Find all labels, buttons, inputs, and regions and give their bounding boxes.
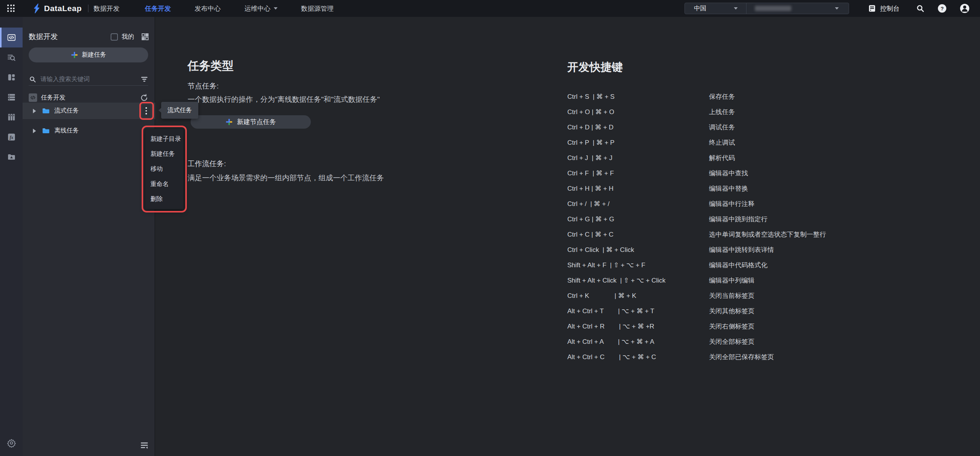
new-task-label: 新建任务 xyxy=(82,51,106,59)
folder-icon xyxy=(42,127,50,135)
region-value: 中国 xyxy=(694,5,706,13)
code-icon xyxy=(29,93,37,102)
shortcut-row: Ctrl + K | ⌘ + K关闭当前标签页 xyxy=(567,288,826,303)
new-node-task-button[interactable]: 新建节点任务 xyxy=(191,115,311,129)
logo[interactable]: DataLeap xyxy=(32,3,82,13)
tree-item-offline-tasks[interactable]: 离线任务 xyxy=(23,123,155,139)
shortcuts-panel: 开发快捷键 Ctrl + S | ⌘ + S保存任务 Ctrl + O | ⌘ … xyxy=(567,60,826,364)
section-title: 任务开发 xyxy=(41,94,65,102)
apps-grid-icon[interactable] xyxy=(7,5,15,12)
sidebar-title: 数据开发 xyxy=(29,32,58,42)
shortcut-row: Ctrl + C | ⌘ + C选中单词复制或者空选状态下复制一整行 xyxy=(567,227,826,242)
shortcut-row: Ctrl + G | ⌘ + G编辑器中跳到指定行 xyxy=(567,211,826,227)
shortcut-row: Ctrl + P | ⌘ + P终止调试 xyxy=(567,135,826,150)
shortcut-row: Alt + Ctrl + C | ⌥ + ⌘ + C关闭全部已保存标签页 xyxy=(567,349,826,364)
shortcut-row: Alt + Ctrl + T | ⌥ + ⌘ + T关闭其他标签页 xyxy=(567,303,826,319)
node-task-desc: 一个数据执行的操作，分为"离线数据任务"和"流式数据任务" xyxy=(188,95,380,105)
shortcut-row: Alt + Ctrl + R | ⌥ + ⌘ +R关闭右侧标签页 xyxy=(567,319,826,334)
expand-caret-icon[interactable] xyxy=(33,129,36,133)
rail-code-editor-icon[interactable] xyxy=(0,28,23,47)
logo-text: DataLeap xyxy=(44,4,82,13)
shortcut-row: Ctrl + H | ⌘ + H编辑器中替换 xyxy=(567,181,826,196)
search-input[interactable] xyxy=(41,76,140,83)
left-icon-rail: fx xyxy=(0,17,23,456)
rail-data-query-icon[interactable] xyxy=(0,47,23,67)
new-node-task-label: 新建节点任务 xyxy=(237,118,276,126)
colorful-plus-icon xyxy=(225,118,233,126)
menu-item-move[interactable]: 移动 xyxy=(145,162,183,175)
top-nav: 任务开发 发布中心 运维中心 数据源管理 xyxy=(145,4,334,13)
shortcut-row: Ctrl + / | ⌘ + /编辑器中行注释 xyxy=(567,196,826,211)
shortcut-row: Alt + Ctrl + A | ⌥ + ⌘ + A关闭全部标签页 xyxy=(567,334,826,349)
nav-task-development[interactable]: 任务开发 xyxy=(145,4,171,13)
expand-caret-icon[interactable] xyxy=(33,109,36,113)
tree-item-stream-tasks[interactable]: 流式任务 xyxy=(23,103,155,119)
view-mode-icon[interactable] xyxy=(141,33,149,41)
main-content: 任务类型 节点任务: 一个数据执行的操作，分为"离线数据任务"和"流式数据任务"… xyxy=(155,17,980,456)
shortcut-row: Ctrl + J | ⌘ + J解析代码 xyxy=(567,150,826,165)
more-actions-icon[interactable] xyxy=(142,105,150,118)
shortcut-row: Shift + Alt + Click | ⇧ + ⌥ + Click编辑器中列… xyxy=(567,273,826,288)
settings-gear-icon[interactable] xyxy=(0,433,23,453)
shortcuts-title: 开发快捷键 xyxy=(567,60,826,75)
shortcut-row: Ctrl + F | ⌘ + F编辑器中查找 xyxy=(567,165,826,181)
filter-icon[interactable] xyxy=(140,75,148,83)
mine-checkbox[interactable] xyxy=(111,33,118,41)
rail-data-map-icon[interactable] xyxy=(0,107,23,127)
search-icon xyxy=(29,75,36,83)
collapse-panel-icon[interactable] xyxy=(140,441,149,449)
logo-mark-icon xyxy=(32,3,41,13)
folder-icon xyxy=(42,107,50,115)
tooltip-stream-tasks: 流式任务 xyxy=(161,102,198,119)
svg-text:fx: fx xyxy=(10,135,13,140)
shortcut-row: Ctrl + O | ⌘ + O上线任务 xyxy=(567,104,826,119)
node-task-label: 节点任务: xyxy=(188,81,219,91)
svg-text:?: ? xyxy=(941,6,944,11)
console-icon xyxy=(867,4,877,13)
tree-item-label: 流式任务 xyxy=(54,107,79,115)
top-navbar: DataLeap 数据开发 任务开发 发布中心 运维中心 数据源管理 中国 xyxy=(0,0,980,17)
region-project-selector: 中国 xyxy=(684,3,849,14)
workflow-label: 工作流任务: xyxy=(188,159,226,169)
rail-dashboard-icon[interactable] xyxy=(0,67,23,87)
shortcut-row: Ctrl + D | ⌘ + D调试任务 xyxy=(567,119,826,135)
region-select[interactable]: 中国 xyxy=(685,5,746,13)
menu-item-new-subfolder[interactable]: 新建子目录 xyxy=(145,132,183,145)
menu-item-delete[interactable]: 删除 xyxy=(145,193,183,206)
shortcut-row: Ctrl + S | ⌘ + S保存任务 xyxy=(567,89,826,104)
mine-label: 我的 xyxy=(122,33,134,41)
help-icon[interactable]: ? xyxy=(937,3,947,13)
console-link[interactable]: 控制台 xyxy=(867,4,900,13)
chevron-down-icon xyxy=(734,7,738,10)
divider xyxy=(88,5,88,12)
shortcut-row: Shift + Alt + F | ⇧ + ⌥ + F编辑器中代码格式化 xyxy=(567,257,826,273)
menu-item-new-task[interactable]: 新建任务 xyxy=(145,147,183,160)
new-task-button[interactable]: 新建任务 xyxy=(29,47,148,62)
page-title: 任务类型 xyxy=(188,58,234,74)
nav-ops-center[interactable]: 运维中心 xyxy=(245,4,278,13)
task-development-section: 任务开发 xyxy=(29,93,148,103)
shortcuts-list: Ctrl + S | ⌘ + S保存任务 Ctrl + O | ⌘ + O上线任… xyxy=(567,89,826,364)
console-label: 控制台 xyxy=(880,4,900,13)
shortcut-row: Ctrl + Click | ⌘ + Click编辑器中跳转到表详情 xyxy=(567,242,826,257)
search-bar xyxy=(29,73,148,86)
tree-item-label: 离线任务 xyxy=(54,127,79,135)
avatar-icon[interactable] xyxy=(959,3,970,14)
chevron-down-icon xyxy=(835,7,839,10)
nav-publish-center[interactable]: 发布中心 xyxy=(195,4,221,13)
sidebar-panel: 数据开发 我的 新建任务 xyxy=(23,17,155,456)
colorful-plus-icon xyxy=(71,51,78,59)
rail-task-list-icon[interactable] xyxy=(0,87,23,107)
chevron-down-icon xyxy=(274,7,278,10)
redacted-project-name xyxy=(755,6,791,11)
refresh-icon[interactable] xyxy=(140,94,148,102)
context-menu: 新建子目录 新建任务 移动 重命名 删除 xyxy=(145,129,184,209)
search-icon[interactable] xyxy=(916,4,925,13)
rail-resource-library-icon[interactable] xyxy=(0,147,23,167)
menu-item-rename[interactable]: 重命名 xyxy=(145,178,183,191)
product-name: 数据开发 xyxy=(94,4,120,13)
workflow-desc: 满足一个业务场景需求的一组内部节点，组成一个工作流任务 xyxy=(188,173,384,183)
project-select[interactable] xyxy=(746,6,849,11)
rail-function-library-icon[interactable]: fx xyxy=(0,127,23,147)
nav-datasource-management[interactable]: 数据源管理 xyxy=(301,4,334,13)
